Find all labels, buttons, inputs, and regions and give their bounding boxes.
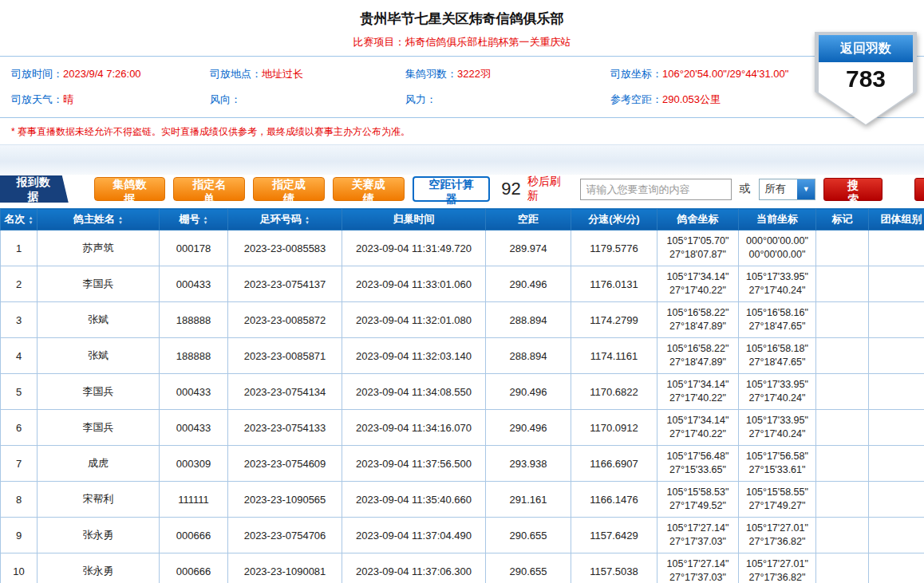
cell-cur_coord: 105°17'33.95"27°17'40.24" [739,410,816,446]
cell-loft_coord: 105°17'05.70"27°18'07.87" [657,230,739,266]
info-release-place: 司放地点：地址过长 [210,67,405,81]
cell-loft_coord: 105°17'27.14"27°17'37.03" [657,518,739,553]
column-header-3[interactable]: 足环号码▲▼ [228,209,342,230]
cell-ring: 2023-23-0754609 [228,446,342,482]
cell-speed: 1170.6822 [571,374,657,410]
column-label: 鸽舍坐标 [677,213,719,225]
cell-time: 2023-09-04 11:37:04.490 [342,518,486,553]
column-label: 空距 [518,213,539,225]
cell-distance: 288.894 [486,302,571,338]
cell-mark [816,374,869,410]
info-wind-force: 风力： [405,93,610,107]
cell-group [869,410,924,446]
return-count-badge[interactable]: 返回羽数 783 [819,35,913,124]
search-input[interactable] [580,179,732,200]
tab-race-results[interactable]: 关赛成绩 [333,177,405,201]
column-header-1[interactable]: 鸽主姓名▲▼ [38,209,160,230]
cell-speed: 1157.5038 [571,553,657,583]
tab-collect-data[interactable]: 集鸽数据 [94,177,166,201]
cell-cur_coord: 105°17'33.95"27°17'40.24" [739,266,816,302]
cell-ring: 2023-23-0754134 [228,374,342,410]
cell-mark [816,482,869,518]
cell-distance: 291.161 [486,482,571,518]
table-row: 5李国兵0004332023-23-07541342023-09-04 11:3… [1,374,924,410]
cell-group [869,266,924,302]
header-row: 名次▲▼鸽主姓名▲▼棚号▲▼足环号码▲▼归巢时间空距分速(米/分)鸽舍坐标当前坐… [1,209,924,230]
cell-cur_coord: 000°00'00.00"00°00'00.00" [739,230,816,266]
cell-rank: 7 [1,446,38,482]
column-header-2[interactable]: 棚号▲▼ [160,209,228,230]
cell-mark [816,518,869,553]
column-header-10: 团体组别 [869,209,924,230]
filter-selected-value: 所有 [760,179,798,199]
column-header-5: 空距 [486,209,571,230]
cell-time: 2023-09-04 11:34:16.070 [342,410,486,446]
info-wind-direction: 风向： [210,93,405,107]
cell-ring: 2023-23-0754133 [228,410,342,446]
cell-distance: 290.496 [486,374,571,410]
column-label: 分速(米/分) [588,213,639,225]
cell-time: 2023-09-04 11:31:49.720 [342,230,486,266]
cell-cur_coord: 105°16'58.16"27°18'47.65" [739,302,816,338]
results-body: 1苏声筑0001782023-23-00855832023-09-04 11:3… [1,230,924,583]
column-label: 棚号 [180,213,200,225]
race-info-section: 司放时间：2023/9/4 7:26:00 司放地点：地址过长 集鸽羽数：322… [0,56,924,118]
cell-time: 2023-09-04 11:37:56.500 [342,446,486,482]
column-header-0[interactable]: 名次▲▼ [1,209,38,230]
cell-owner: 张斌 [38,338,160,374]
cell-loft_coord: 105°17'56.48"27°15'33.65" [657,446,739,482]
cell-distance: 288.894 [486,338,571,374]
cell-owner: 张斌 [38,302,160,338]
cell-group [869,338,924,374]
cell-owner: 李国兵 [38,374,160,410]
cell-loft_coord: 105°17'34.14"27°17'40.22" [657,374,739,410]
cell-ring: 2023-23-0085872 [228,302,342,338]
column-label: 团体组别 [881,213,922,225]
cell-mark [816,553,869,583]
badge-shield: 返回羽数 783 [819,35,913,124]
divider-strip [0,144,924,175]
table-row: 6李国兵0004332023-23-07541332023-09-04 11:3… [1,410,924,446]
filter-select[interactable]: 所有 ▼ [759,179,816,200]
cell-cur_coord: 105°17'33.95"27°17'40.24" [739,374,816,410]
column-header-7: 鸽舍坐标 [657,209,739,230]
cell-rank: 10 [1,553,38,583]
disclaimer-text: * 赛事直播数据未经允许不得盗链。实时直播成绩仅供参考，最终成绩以赛事主办方公布… [0,118,924,144]
distance-calculator-button[interactable]: 空距计算器 [413,176,491,202]
column-label: 当前坐标 [756,213,798,225]
search-button[interactable]: 搜索 [823,178,883,201]
cell-ring: 2023-23-1090081 [228,553,342,583]
column-label: 足环号码 [260,213,302,225]
cell-group [869,518,924,553]
sort-icon: ▲▼ [29,215,34,225]
column-header-6: 分速(米/分) [571,209,657,230]
cell-loft: 000666 [160,518,228,553]
cell-speed: 1166.1476 [571,482,657,518]
cell-loft: 111111 [160,482,228,518]
page: 贵州毕节七星关区炜奇信鸽俱乐部 比赛项目：炜奇信鸽俱乐部杜鹃杯第一关重庆站 司放… [0,0,924,583]
cell-rank: 2 [1,266,38,302]
cell-group [869,482,924,518]
info-weather: 司放天气：晴 [11,93,210,107]
cell-loft_coord: 105°15'58.53"27°17'49.52" [657,482,739,518]
print-button[interactable]: 打印 [914,178,924,201]
info-release-time: 司放时间：2023/9/4 7:26:00 [11,67,210,81]
tab-nominate-list[interactable]: 指定名单 [173,177,245,201]
column-header-8: 当前坐标 [739,209,816,230]
cell-distance: 289.974 [486,230,571,266]
cell-owner: 张永勇 [38,518,160,553]
sort-icon: ▲▼ [203,215,208,225]
cell-rank: 8 [1,482,38,518]
or-label: 或 [740,182,751,196]
cell-speed: 1174.2799 [571,302,657,338]
race-subtitle-label: 比赛项目： [353,36,405,48]
info-bird-count: 集鸽羽数：3222羽 [405,67,610,81]
results-head: 名次▲▼鸽主姓名▲▼棚号▲▼足环号码▲▼归巢时间空距分速(米/分)鸽舍坐标当前坐… [1,209,924,230]
chevron-down-icon[interactable]: ▼ [797,179,815,199]
cell-owner: 李国兵 [38,410,160,446]
tab-nominate-results[interactable]: 指定成绩 [253,177,325,201]
tab-report-data[interactable]: 报到数据 [0,175,69,203]
cell-ring: 2023-23-0754706 [228,518,342,553]
cell-cur_coord: 105°17'56.58"27°15'33.61" [739,446,816,482]
column-label: 鸽主姓名 [73,213,115,225]
